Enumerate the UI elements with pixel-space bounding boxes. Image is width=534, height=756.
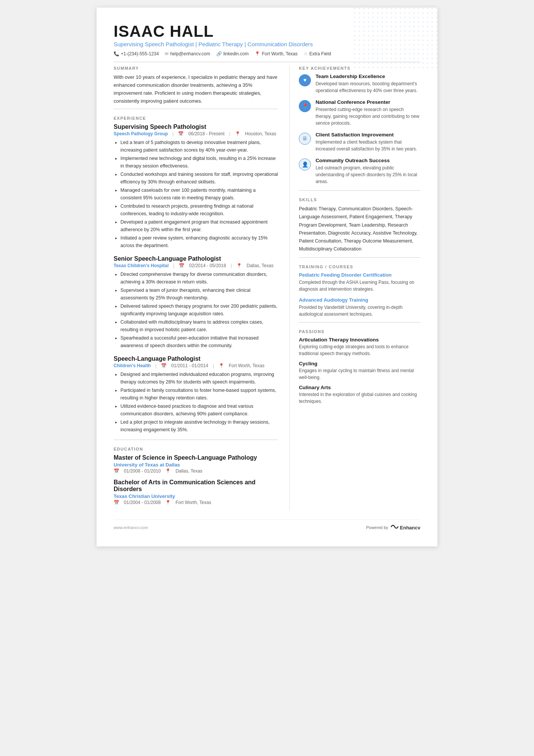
- main-content: SUMMARY With over 10 years of experience…: [114, 66, 420, 510]
- training-2-desc: Provided by Vanderbilt University, cover…: [299, 304, 420, 318]
- edu-2-cal-icon: 📅: [114, 500, 119, 505]
- header: ISAAC HALL Supervising Speech Pathologis…: [114, 23, 420, 56]
- passion-2: Cycling Engages in regular cycling to ma…: [299, 361, 420, 381]
- job-3-company: Children's Health: [114, 363, 151, 368]
- email-icon: ✉: [165, 51, 169, 56]
- job-3-meta: Children's Health | 📅 01/2011 - 01/2014 …: [114, 363, 278, 368]
- passion-2-desc: Engages in regular cycling to maintain f…: [299, 367, 420, 381]
- achievement-1-title: Team Leadership Excellence: [315, 74, 420, 79]
- edu-1-cal-icon: 📅: [114, 468, 119, 474]
- bullet: Led a pilot project to integrate assisti…: [120, 418, 278, 434]
- job-1: Supervising Speech Pathologist Speech Pa…: [114, 124, 278, 249]
- link-icon: 🔗: [216, 51, 222, 56]
- achievement-4-desc: Led outreach program, elevating public u…: [315, 164, 420, 185]
- passion-1: Articulation Therapy Innovations Explori…: [299, 337, 420, 357]
- passion-2-title: Cycling: [299, 361, 420, 366]
- job-3: Speech-Language Pathologist Children's H…: [114, 355, 278, 434]
- star-icon: ☆: [304, 51, 308, 56]
- skills-divider: [299, 190, 420, 191]
- job-2-meta: Texas Children's Hospital | 📅 02/2014 - …: [114, 263, 278, 268]
- passion-1-desc: Exploring cutting-edge strategies and to…: [299, 343, 420, 357]
- education-label: EDUCATION: [114, 447, 278, 451]
- passions-divider: [299, 322, 420, 322]
- edu-1: Master of Science in Speech-Language Pat…: [114, 454, 278, 474]
- job-2-location: Dallas, Texas: [247, 263, 273, 268]
- training-label: TRAINING / COURSES: [299, 265, 420, 269]
- education-divider: [114, 440, 278, 440]
- edu-1-degree: Master of Science in Speech-Language Pat…: [114, 454, 278, 461]
- bullet: Participated in family consultations to …: [120, 387, 278, 402]
- resume-page: ISAAC HALL Supervising Speech Pathologis…: [97, 8, 437, 546]
- achievement-1-icon: ♥: [299, 74, 311, 86]
- achievement-2: 📍 National Conference Presenter Presente…: [299, 99, 420, 127]
- job-1-meta: Speech Pathology Group | 📅 06/2018 - Pre…: [114, 131, 278, 136]
- job-3-date: 01/2011 - 01/2014: [171, 363, 208, 368]
- training-1-title: Pediatric Feeding Disorder Certification: [299, 272, 420, 278]
- bullet: Collaborated with multidisciplinary team…: [120, 318, 278, 333]
- job-1-loc-icon: 📍: [235, 131, 240, 136]
- achievement-2-desc: Presented cutting-edge research on speec…: [315, 106, 420, 127]
- page-footer: www.enhancv.com Powered by Enhancv: [114, 520, 420, 531]
- training-2-title: Advanced Audiology Training: [299, 297, 420, 303]
- achievement-4: 👤 Community Outreach Success Led outreac…: [299, 158, 420, 185]
- contact-extra: ☆ Extra Field: [304, 51, 331, 56]
- bullet: Spearheaded a successful peer-education …: [120, 334, 278, 349]
- passion-3: Culinary Arts Interested in the explorat…: [299, 385, 420, 405]
- job-2-loc-icon: 📍: [236, 263, 242, 268]
- training-divider: [299, 257, 420, 258]
- contact-website: 🔗 linkedin.com: [216, 51, 249, 56]
- job-3-loc-icon: 📍: [219, 363, 224, 368]
- job-2-title: Senior Speech-Language Pathologist: [114, 255, 278, 262]
- left-column: SUMMARY With over 10 years of experience…: [114, 66, 278, 510]
- achievement-1-desc: Developed team resources, boosting depar…: [315, 80, 420, 94]
- passions-label: PASSIONS: [299, 329, 420, 334]
- contact-location: 📍 Fort Worth, Texas: [255, 51, 297, 56]
- bullet: Supervised a team of junior therapists, …: [120, 286, 278, 302]
- bullet: Implemented new technology and digital t…: [120, 155, 278, 170]
- job-1-date: 06/2018 - Present: [188, 131, 224, 136]
- job-1-title: Supervising Speech Pathologist: [114, 124, 278, 130]
- header-divider: [114, 62, 420, 62]
- job-1-company: Speech Pathology Group: [114, 131, 168, 136]
- edu-2-school: Texas Christian University: [114, 493, 278, 499]
- edu-2: Bachelor of Arts in Communication Scienc…: [114, 479, 278, 505]
- achievement-4-icon: 👤: [299, 158, 311, 171]
- bullet: Led a team of 5 pathologists to develop …: [120, 139, 278, 154]
- job-3-title: Speech-Language Pathologist: [114, 355, 278, 362]
- edu-1-meta: 📅 01/2008 - 01/2010 📍 Dallas, Texas: [114, 468, 278, 474]
- edu-1-loc-icon: 📍: [165, 468, 171, 474]
- summary-label: SUMMARY: [114, 66, 278, 70]
- job-2-cal-icon: 📅: [179, 263, 184, 268]
- enhancv-logo: Enhancv: [390, 524, 420, 531]
- job-3-location: Fort Worth, Texas: [229, 363, 264, 368]
- summary-divider: [114, 109, 278, 109]
- summary-text: With over 10 years of experience, I spec…: [114, 74, 278, 105]
- passion-3-desc: Interested in the exploration of global …: [299, 391, 420, 405]
- enhancv-logo-icon: [390, 524, 399, 531]
- passion-1-title: Articulation Therapy Innovations: [299, 337, 420, 343]
- bullet: Utilized evidence-based practices to dia…: [120, 402, 278, 418]
- achievement-2-title: National Conference Presenter: [315, 99, 420, 105]
- contact-row: 📞 +1-(234)-555-1234 ✉ help@enhancv.com 🔗…: [114, 51, 420, 56]
- bullet: Managed caseloads for over 100 patients …: [120, 186, 278, 202]
- bullet: Initiated a peer review system, enhancin…: [120, 234, 278, 249]
- enhancv-brand-name: Enhancv: [400, 525, 420, 531]
- job-2: Senior Speech-Language Pathologist Texas…: [114, 255, 278, 349]
- candidate-subtitle: Supervising Speech Pathologist | Pediatr…: [114, 41, 420, 47]
- right-column: KEY ACHIEVEMENTS ♥ Team Leadership Excel…: [289, 66, 420, 510]
- bullet: Delivered tailored speech therapy progra…: [120, 302, 278, 318]
- job-3-cal-icon: 📅: [161, 363, 167, 368]
- achievements-label: KEY ACHIEVEMENTS: [299, 66, 420, 70]
- bullet: Contributed to research projects, presen…: [120, 202, 278, 218]
- achievement-3-title: Client Satisfaction Improvement: [315, 132, 420, 138]
- contact-email: ✉ help@enhancv.com: [165, 51, 210, 56]
- experience-label: EXPERIENCE: [114, 116, 278, 121]
- bullet: Conducted workshops and training session…: [120, 171, 278, 186]
- achievement-1: ♥ Team Leadership Excellence Developed t…: [299, 74, 420, 94]
- job-1-location: Houston, Texas: [245, 131, 276, 136]
- footer-brand: Powered by Enhancv: [366, 524, 420, 531]
- bullet: Designed and implemented individualized …: [120, 371, 278, 386]
- achievement-4-title: Community Outreach Success: [315, 158, 420, 163]
- edu-2-degree: Bachelor of Arts in Communication Scienc…: [114, 479, 278, 493]
- training-1-desc: Completed through the ASHA Learning Pass…: [299, 279, 420, 293]
